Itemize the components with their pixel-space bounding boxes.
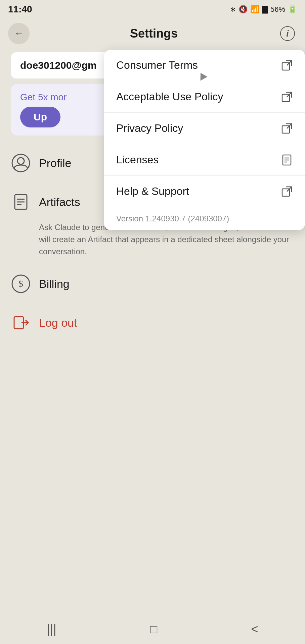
- acceptable-use-label: Acceptable Use Policy: [116, 91, 223, 103]
- settings-item-logout[interactable]: Log out: [0, 303, 305, 342]
- help-support-label: Help & Support: [116, 185, 189, 198]
- settings-item-billing[interactable]: $ Billing: [0, 264, 305, 303]
- bottom-nav-bar: ||| □ <: [0, 617, 305, 644]
- licenses-label: Licenses: [116, 154, 159, 166]
- version-text: Version 1.240930.7 (24093007): [104, 207, 305, 230]
- profile-icon: [11, 154, 30, 172]
- dropdown-item-licenses[interactable]: Licenses: [104, 144, 305, 176]
- document-icon: [281, 154, 293, 166]
- wifi-icon: 📶: [250, 5, 259, 14]
- consumer-terms-label: Consumer Terms: [116, 59, 198, 71]
- dropdown-menu: Consumer Terms Acceptable Use Policy Pri…: [104, 50, 305, 230]
- svg-text:$: $: [18, 278, 23, 289]
- artifacts-icon: [11, 193, 30, 211]
- svg-point-1: [17, 158, 24, 164]
- billing-label: Billing: [39, 277, 70, 290]
- home-button[interactable]: □: [139, 618, 168, 640]
- artifacts-icon-container: [11, 192, 31, 212]
- status-time: 11:40: [8, 4, 32, 15]
- back-nav-button[interactable]: <: [240, 618, 269, 640]
- logout-icon-container: [11, 313, 31, 333]
- external-link-icon: [281, 59, 293, 71]
- info-icon: i: [280, 26, 295, 41]
- page-title: Settings: [130, 26, 178, 41]
- external-link-icon-3: [281, 122, 293, 135]
- profile-icon-container: [11, 153, 31, 173]
- svg-point-0: [12, 154, 30, 172]
- status-bar: 11:40 ∗ 🔇 📶 ▇ 56% 🔋: [0, 0, 305, 17]
- dropdown-item-privacy-policy[interactable]: Privacy Policy: [104, 113, 305, 144]
- dropdown-item-acceptable-use[interactable]: Acceptable Use Policy: [104, 81, 305, 113]
- external-link-icon-4: [281, 185, 293, 198]
- upgrade-button[interactable]: Up: [20, 107, 60, 127]
- header: ← Settings i: [0, 17, 305, 50]
- logout-icon: [11, 313, 30, 332]
- privacy-policy-label: Privacy Policy: [116, 122, 183, 135]
- status-icons: ∗ 🔇 📶 ▇ 56% 🔋: [230, 5, 297, 14]
- billing-icon: $: [11, 274, 30, 293]
- battery-percent: 56%: [270, 5, 285, 14]
- back-button[interactable]: ←: [8, 23, 30, 44]
- bluetooth-icon: ∗: [230, 5, 236, 14]
- billing-icon-container: $: [11, 274, 31, 294]
- battery-icon: 🔋: [288, 5, 297, 14]
- external-link-icon-2: [281, 91, 293, 103]
- signal-icon: ▇: [262, 5, 268, 14]
- dropdown-item-help-support[interactable]: Help & Support: [104, 176, 305, 207]
- info-button[interactable]: i: [278, 24, 297, 43]
- artifacts-label: Artifacts: [39, 196, 80, 209]
- recent-apps-button[interactable]: |||: [36, 618, 67, 640]
- mute-icon: 🔇: [238, 5, 248, 14]
- logout-label: Log out: [39, 316, 77, 329]
- profile-label: Profile: [39, 157, 71, 170]
- dropdown-item-consumer-terms[interactable]: Consumer Terms: [104, 50, 305, 81]
- back-arrow-icon: ←: [14, 28, 24, 39]
